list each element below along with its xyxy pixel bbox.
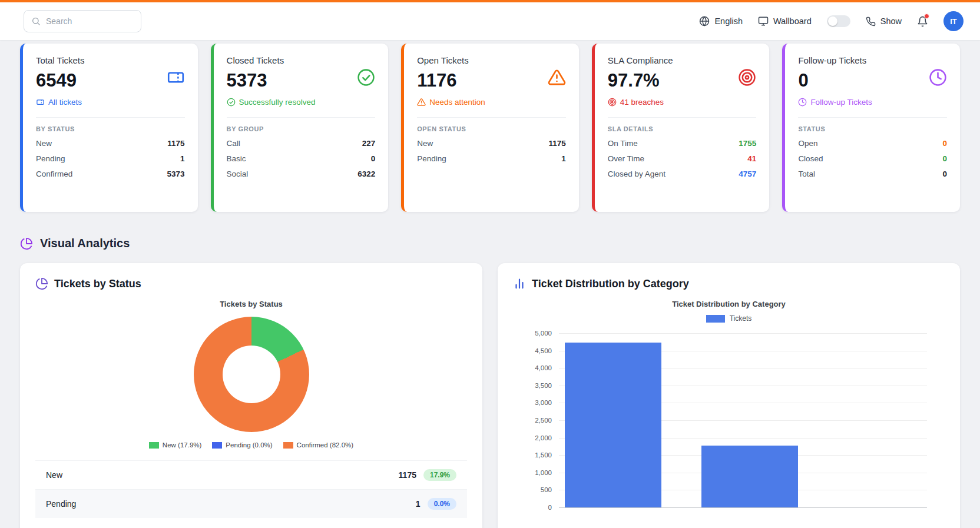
show-button[interactable]: Show — [866, 16, 902, 26]
y-axis-tick: 3,500 — [535, 382, 552, 389]
topbar: English Wallboard Show IT — [0, 0, 980, 40]
card-title: Open Tickets — [417, 55, 485, 65]
stat-row-value: 1 — [180, 154, 185, 163]
card-value: 5373 — [227, 70, 316, 91]
target-icon — [608, 98, 617, 107]
stat-row-label: Basic — [227, 154, 246, 163]
stat-row-value: 0 — [942, 154, 947, 163]
bar-legend-swatch — [706, 315, 725, 323]
legend-label: Pending (0.0%) — [226, 441, 272, 449]
legend-item-pending[interactable]: Pending (0.0%) — [212, 441, 272, 449]
stat-row-label: Pending — [36, 154, 65, 163]
gridline — [559, 333, 927, 334]
divider — [417, 117, 566, 118]
y-axis-tick: 5,000 — [535, 330, 552, 337]
language-button[interactable]: English — [699, 16, 743, 26]
section-title: Visual Analytics — [40, 237, 130, 250]
status-pct-badge: 17.9% — [423, 469, 456, 481]
y-axis-tick: 4,000 — [535, 364, 552, 371]
card-section-label: STATUS — [798, 125, 947, 132]
search-input[interactable] — [46, 16, 134, 26]
stat-row-value: 6322 — [357, 170, 375, 178]
stat-card-sla-compliance: SLA Compliance 97.7% 41 breaches SLA DET… — [592, 44, 770, 212]
status-row-new: New 1175 17.9% — [35, 460, 467, 489]
bar-legend-label: Tickets — [730, 314, 752, 323]
bar-plot: 5,0004,5004,0003,5003,0002,5002,0001,500… — [559, 333, 927, 507]
card-badge-label: Needs attention — [429, 98, 485, 107]
stat-row: On Time 1755 — [608, 139, 757, 148]
check-circle-icon — [227, 98, 236, 107]
alert-triangle-icon — [548, 68, 566, 87]
stat-row: New 1175 — [36, 139, 185, 148]
card-section-label: OPEN STATUS — [417, 125, 566, 132]
avatar-initials: IT — [950, 17, 957, 26]
bar-category-1 — [565, 343, 661, 507]
status-row-value: 1175 — [399, 470, 416, 480]
donut-chart-title: Tickets by Status — [35, 300, 467, 308]
ticket-icon — [36, 98, 45, 107]
status-pct-badge: 0.0% — [428, 498, 456, 510]
status-row-label: New — [46, 470, 62, 480]
stat-row-value: 0 — [942, 139, 947, 148]
stat-row: New 1175 — [417, 139, 566, 148]
stat-row-label: Open — [798, 139, 817, 148]
card-status-line: Follow-up Tickets — [798, 98, 872, 107]
stat-row: Over Time 41 — [608, 154, 757, 163]
all-tickets-link[interactable]: All tickets — [36, 98, 85, 107]
stat-card-open-tickets: Open Tickets 1176 Needs attention OPEN S… — [401, 44, 579, 212]
status-row-value: 1 — [416, 499, 421, 509]
clock-icon — [798, 98, 807, 107]
stat-row-label: Call — [227, 139, 240, 148]
notifications-button[interactable] — [917, 16, 928, 27]
search-box[interactable] — [24, 10, 141, 32]
wallboard-button[interactable]: Wallboard — [758, 16, 812, 26]
y-axis-tick: 1,000 — [535, 469, 552, 476]
stat-row-label: New — [36, 139, 52, 148]
bar-legend-item[interactable]: Tickets — [513, 314, 945, 323]
legend-swatch-new — [149, 442, 159, 449]
stat-row-value: 0 — [371, 154, 376, 163]
target-icon — [738, 68, 756, 87]
avatar[interactable]: IT — [943, 11, 964, 31]
show-label: Show — [880, 16, 902, 26]
chart-card-title: Tickets by Status — [54, 278, 141, 290]
toggle-knob — [828, 16, 837, 26]
visual-analytics-heading: Visual Analytics — [20, 237, 960, 250]
legend-item-confirmed[interactable]: Confirmed (82.0%) — [283, 441, 354, 449]
pie-chart-icon — [20, 237, 33, 250]
status-breakdown-list: New 1175 17.9% Pending 1 0.0% — [35, 460, 467, 518]
check-circle-icon — [357, 68, 375, 87]
card-badge-label: 41 breaches — [620, 98, 664, 107]
legend-label: Confirmed (82.0%) — [297, 441, 354, 449]
availability-toggle[interactable] — [827, 15, 850, 27]
stat-row-label: Over Time — [608, 154, 644, 163]
card-value: 0 — [798, 70, 872, 91]
card-value: 6549 — [36, 70, 85, 91]
card-title: Follow-up Tickets — [798, 55, 872, 65]
legend-item-new[interactable]: New (17.9%) — [149, 441, 201, 449]
stat-row-value: 1755 — [739, 139, 756, 148]
card-badge-label: Follow-up Tickets — [810, 98, 872, 107]
donut-legend: New (17.9%) Pending (0.0%) Confirmed (82… — [35, 441, 467, 449]
stat-row-value: 1175 — [548, 139, 565, 148]
card-section-label: BY STATUS — [36, 125, 185, 132]
stat-row-value: 5373 — [167, 170, 185, 178]
stat-row-value: 0 — [942, 170, 947, 178]
stat-row: Pending 1 — [417, 154, 566, 163]
stat-card-closed-tickets: Closed Tickets 5373 Successfully resolve… — [211, 44, 389, 212]
language-label: English — [714, 16, 743, 26]
y-axis-tick: 2,500 — [535, 417, 552, 424]
legend-label: New (17.9%) — [163, 441, 201, 449]
stats-cards-row: Total Tickets 6549 All tickets BY STATUS… — [0, 40, 980, 212]
stat-row: Total 0 — [798, 170, 947, 178]
pie-chart-icon — [35, 277, 48, 290]
stat-row: Social 6322 — [227, 170, 376, 178]
y-axis-tick: 3,000 — [535, 399, 552, 406]
divider — [227, 117, 376, 118]
ticket-distribution-card: Ticket Distribution by Category Ticket D… — [498, 263, 960, 528]
divider — [608, 117, 757, 118]
stat-row: Basic 0 — [227, 154, 376, 163]
gridline — [559, 507, 927, 508]
card-badge-label: All tickets — [48, 98, 82, 107]
stat-card-total-tickets: Total Tickets 6549 All tickets BY STATUS… — [20, 44, 198, 212]
